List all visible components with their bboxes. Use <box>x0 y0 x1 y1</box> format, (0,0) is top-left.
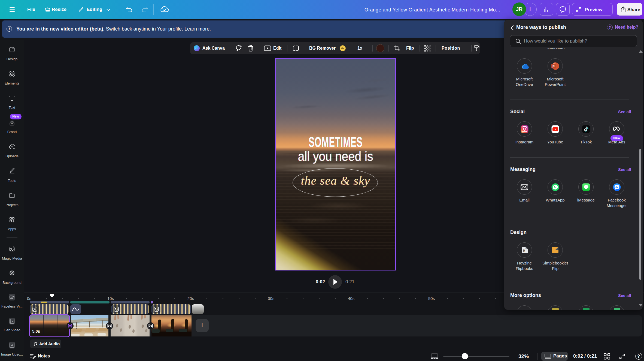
svg-text:co: co <box>11 122 13 125</box>
svg-text:H: H <box>523 249 525 252</box>
svg-text:P: P <box>552 65 555 68</box>
